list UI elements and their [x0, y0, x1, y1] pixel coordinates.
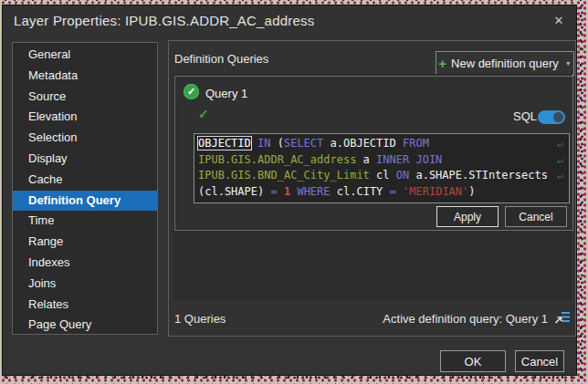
new-definition-query-label: New definition query	[451, 57, 559, 70]
sidebar-item-selection[interactable]: Selection	[13, 128, 157, 149]
queries-count: 1 Queries	[174, 312, 226, 326]
sidebar-item-display[interactable]: Display	[13, 149, 157, 170]
sidebar-item-general[interactable]: General	[13, 45, 157, 66]
sql-toggle-knob	[553, 112, 563, 122]
query-title: Query 1	[205, 87, 247, 100]
sidebar-item-relates[interactable]: Relates	[13, 295, 157, 316]
ok-button[interactable]: OK	[440, 350, 506, 372]
apply-button[interactable]: Apply	[436, 206, 499, 227]
sidebar-item-range[interactable]: Range	[13, 232, 157, 253]
plus-icon: +	[438, 57, 446, 70]
definition-query-panel: Definition Queries + New definition quer…	[168, 40, 576, 337]
sidebar-item-time[interactable]: Time	[13, 211, 157, 232]
sidebar-item-page-query[interactable]: Page Query	[13, 315, 157, 335]
query-cancel-button[interactable]: Cancel	[505, 206, 567, 227]
sql-line: (cl.SHAPE) = 1 WHERE cl.CITY = 'MERIDIAN…	[198, 184, 565, 201]
query-card[interactable]: ✓ Query 1 ✓ SQL OBJECTID IN (SELECT a.OB…	[174, 76, 573, 231]
close-icon[interactable]: ✕	[547, 5, 571, 36]
sidebar-item-joins[interactable]: Joins	[13, 274, 157, 295]
sidebar-nav: GeneralMetadataSourceElevationSelectionD…	[12, 42, 158, 335]
map-background: Layer Properties: IPUB.GIS.ADDR_AC_addre…	[0, 0, 588, 384]
go-to-active-query-icon[interactable]	[553, 309, 572, 327]
sql-line: IPUB.GIS.BND_AC_City_Limit cl ON a.SHAPE…	[198, 168, 565, 184]
layer-properties-dialog: Layer Properties: IPUB.GIS.ADDR_AC_addre…	[2, 5, 577, 376]
sql-line: IPUB.GIS.ADDR_AC_address a INNER JOIN↵	[198, 152, 565, 169]
dialog-titlebar[interactable]: Layer Properties: IPUB.GIS.ADDR_AC_addre…	[3, 5, 576, 36]
sql-expression-editor[interactable]: OBJECTID IN (SELECT a.OBJECTID FROM↵IPUB…	[194, 133, 570, 203]
sql-line: OBJECTID IN (SELECT a.OBJECTID FROM↵	[198, 136, 565, 152]
sidebar-item-definition-query[interactable]: Definition Query	[13, 191, 157, 212]
sidebar-item-metadata[interactable]: Metadata	[13, 66, 157, 87]
query-valid-circle-check-icon: ✓	[184, 84, 199, 99]
panel-title: Definition Queries	[174, 52, 268, 66]
sidebar-item-cache[interactable]: Cache	[13, 170, 157, 191]
sidebar-item-indexes[interactable]: Indexes	[13, 253, 157, 274]
sidebar-item-elevation[interactable]: Elevation	[13, 107, 157, 128]
active-query-status: Active definition query: Query 1	[383, 309, 572, 327]
active-query-label: Active definition query: Query 1	[383, 312, 548, 326]
chevron-down-icon: ▼	[565, 60, 572, 67]
line-wrap-icon: ↵	[557, 168, 563, 184]
dialog-title: Layer Properties: IPUB.GIS.ADDR_AC_addre…	[14, 5, 314, 36]
valid-check-icon: ✓	[198, 107, 209, 121]
line-wrap-icon: ↵	[557, 152, 563, 169]
sidebar-item-source[interactable]: Source	[13, 87, 157, 108]
sql-toggle[interactable]	[538, 110, 565, 124]
cancel-button[interactable]: Cancel	[515, 350, 564, 372]
new-definition-query-button[interactable]: + New definition query ▼	[436, 51, 574, 76]
sql-mode-label: SQL	[513, 109, 537, 123]
line-wrap-icon: ↵	[557, 136, 563, 152]
